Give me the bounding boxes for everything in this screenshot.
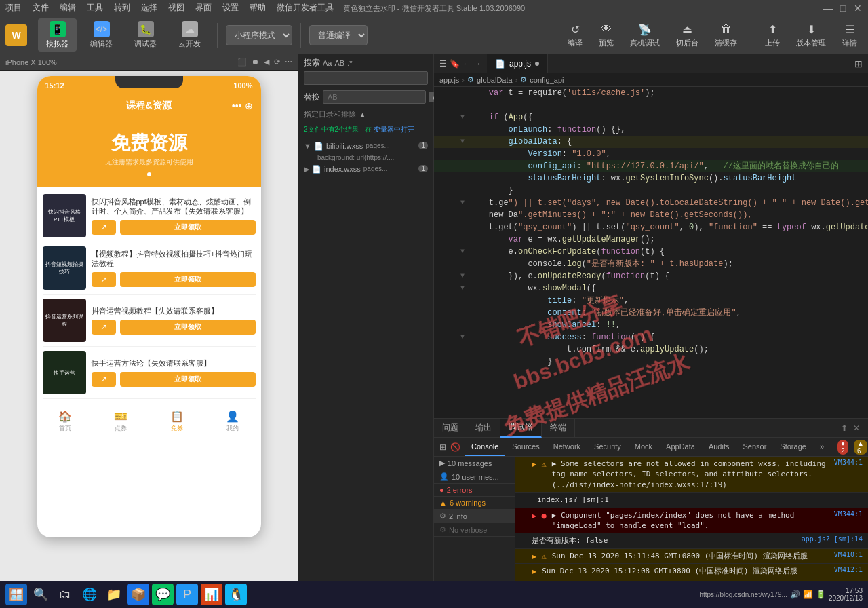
tab-issues[interactable]: 问题 [434, 419, 467, 438]
taskbar-task-view-icon[interactable]: 🗂 [54, 584, 76, 605]
menu-item-wechat-tools[interactable]: 微信开发者工具 [277, 2, 334, 14]
file-item-bilibili[interactable]: ▼ 📄 bilibili.wxss pages... 1 [298, 140, 433, 153]
taskbar-edge-icon[interactable]: 🌐 [79, 584, 100, 605]
sim-record-icon[interactable]: ⏺ [252, 58, 259, 66]
version-button[interactable]: ⬇ 版本管理 [791, 19, 831, 51]
console-tab-network[interactable]: Network [547, 438, 587, 457]
console-tab-storage[interactable]: Storage [773, 438, 813, 457]
preview-button[interactable]: 👁 预览 [593, 19, 619, 51]
share-button-2[interactable]: ↗ [92, 320, 116, 335]
console-clear-icon[interactable]: 🚫 [450, 442, 460, 452]
close-button[interactable]: ✕ [853, 3, 863, 13]
taskbar-app-icon[interactable]: 📦 [127, 584, 149, 605]
taskbar-ppt-icon[interactable]: 📊 [201, 584, 222, 605]
split-editor-icon[interactable]: ⊞ [854, 58, 863, 69]
file-match-1[interactable]: background: url(https://.... [298, 153, 433, 163]
tray-icon-1[interactable]: 🔊 [790, 590, 800, 599]
menu-item-file[interactable]: 文件 [33, 2, 49, 14]
group-item-verbose[interactable]: ⚙ No verbose [434, 523, 515, 537]
compile-button[interactable]: ↺ 编译 [562, 19, 588, 51]
taskbar-pp-icon[interactable]: P [176, 584, 198, 605]
search-input[interactable] [304, 71, 428, 85]
taskbar-wechat-icon[interactable]: 💬 [152, 584, 174, 605]
sim-refresh-icon[interactable]: ⟳ [274, 58, 280, 66]
menu-item-help[interactable]: 帮助 [250, 2, 266, 14]
tray-icon-2[interactable]: 📶 [803, 590, 813, 599]
replace-input[interactable] [323, 90, 426, 104]
console-tab-mock[interactable]: Mock [628, 438, 659, 457]
menu-item-settings[interactable]: 设置 [222, 2, 239, 14]
get-button-1[interactable]: 立即领取 [120, 272, 256, 287]
get-button-3[interactable]: 立即领取 [120, 372, 256, 387]
search-regex-icon[interactable]: .* [347, 59, 352, 67]
mode-select[interactable]: 小程序模式 [226, 25, 292, 45]
open-editor-link[interactable]: 变量器中打开 [374, 126, 414, 133]
phone-tab-free[interactable]: 📋 免券 [149, 409, 205, 433]
tab-debugger[interactable]: 调试器 [500, 419, 542, 438]
target-toggle-icon[interactable]: ▲ [359, 111, 366, 119]
sim-more-icon[interactable]: ⋯ [285, 58, 292, 66]
group-item-warnings[interactable]: ▲ 6 warnings [434, 497, 515, 510]
group-item-info[interactable]: ⚙ 2 info [434, 510, 515, 523]
get-button-2[interactable]: 立即领取 [120, 320, 256, 335]
debugger-button[interactable]: 🐛 调试器 [126, 18, 165, 52]
share-button-3[interactable]: ↗ [92, 372, 116, 387]
console-tab-appdata[interactable]: AppData [659, 438, 702, 457]
share-button-0[interactable]: ↗ [92, 220, 116, 235]
group-item-user-messages[interactable]: 👤 10 user mes... [434, 470, 515, 484]
console-loc-3[interactable]: app.js? [sm]:14 [802, 535, 863, 543]
editor-button[interactable]: </> 编辑器 [82, 18, 121, 52]
group-item-errors[interactable]: ● 2 errors [434, 484, 515, 497]
nav-back-icon[interactable]: ← [462, 59, 471, 69]
panel-expand-icon[interactable]: ⬆ [841, 423, 848, 433]
console-sidebar-icon[interactable]: ⊞ [439, 442, 446, 452]
console-loc-4[interactable]: VM410:1 [834, 551, 863, 558]
taskbar-search-icon[interactable]: 🔍 [30, 584, 52, 605]
search-word-icon[interactable]: AB [334, 59, 344, 67]
console-loc-0[interactable]: VM344:1 [834, 459, 863, 466]
cutoff-button[interactable]: ⏏ 切后台 [671, 19, 704, 51]
taskbar-file-icon[interactable]: 📁 [103, 584, 125, 605]
nav-fwd-icon[interactable]: → [473, 59, 481, 69]
file-item-index[interactable]: ▶ 📄 index.wxss pages... 1 [298, 163, 433, 176]
sim-back-icon[interactable]: ◀ [264, 58, 269, 66]
upload-button[interactable]: ⬆ 上传 [760, 19, 785, 51]
cloud-button[interactable]: ☁ 云开发 [170, 18, 209, 52]
share-button-1[interactable]: ↗ [92, 272, 116, 287]
group-item-messages[interactable]: ▶ 10 messages [434, 457, 515, 470]
menu-item-view[interactable]: 视图 [168, 2, 184, 14]
console-tab-audits[interactable]: Audits [702, 438, 736, 457]
menu-item-goto[interactable]: 转到 [114, 2, 130, 14]
taskbar-start-icon[interactable]: 🪟 [5, 584, 27, 605]
menu-item-tools[interactable]: 工具 [87, 2, 103, 14]
console-tab-console[interactable]: Console [465, 438, 505, 457]
sim-portrait-icon[interactable]: ⬛ [237, 58, 247, 66]
compile-select[interactable]: 普通编译 [309, 25, 368, 45]
tab-terminal[interactable]: 终端 [542, 419, 575, 438]
tab-output[interactable]: 输出 [467, 419, 500, 438]
clean-button[interactable]: 🗑 清缓存 [709, 19, 743, 51]
breadcrumb-item-2[interactable]: config_api [530, 76, 564, 84]
menu-item-project[interactable]: 项目 [5, 2, 22, 14]
phone-nav-share-icon[interactable]: ⊕ [245, 100, 253, 111]
menu-item-interface[interactable]: 界面 [195, 2, 212, 14]
toggle-sidebar-icon[interactable]: ☰ [439, 59, 447, 69]
simulator-button[interactable]: 📱 模拟器 [38, 18, 77, 52]
console-tab-more[interactable]: » [813, 438, 831, 457]
minimize-button[interactable]: — [823, 3, 833, 13]
phone-tab-ticket[interactable]: 🎫 点券 [93, 409, 149, 433]
console-tab-sources[interactable]: Sources [505, 438, 546, 457]
bookmark-icon[interactable]: 🔖 [450, 59, 460, 69]
maximize-button[interactable]: □ [838, 3, 848, 13]
console-tab-security[interactable]: Security [587, 438, 628, 457]
console-loc-2[interactable]: VM344:1 [834, 510, 863, 518]
breadcrumb-item-1[interactable]: globalData [477, 76, 513, 84]
editor-tab-appjs[interactable]: 📄 app.js [487, 54, 548, 73]
console-tab-sensor[interactable]: Sensor [736, 438, 773, 457]
menu-item-select[interactable]: 选择 [141, 2, 157, 14]
get-button-0[interactable]: 立即领取 [120, 220, 256, 235]
code-editor[interactable]: var t = require('utils/cache.js'); ▼ if … [434, 87, 868, 418]
phone-nav-dots-icon[interactable]: ••• [232, 100, 242, 111]
panel-close-icon[interactable]: ✕ [853, 423, 860, 433]
detail-button[interactable]: ☰ 详情 [837, 19, 863, 51]
